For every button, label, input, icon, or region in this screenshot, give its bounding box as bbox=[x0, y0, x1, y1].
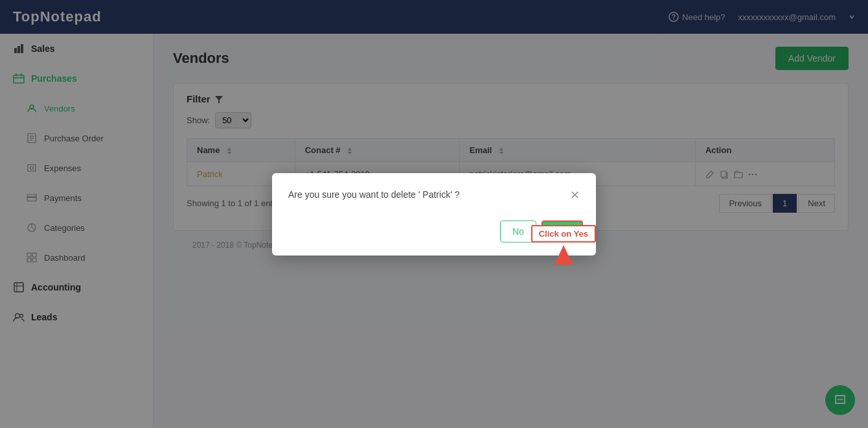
arrow-up-icon bbox=[554, 245, 573, 265]
annotation-wrapper: Click on Yes bbox=[531, 225, 596, 265]
modal-body: Are you sure you want to delete ' Patric… bbox=[272, 173, 596, 214]
modal-close-button[interactable]: ✕ bbox=[570, 189, 580, 201]
modal-overlay: Are you sure you want to delete ' Patric… bbox=[0, 0, 868, 428]
confirm-modal: Are you sure you want to delete ' Patric… bbox=[272, 173, 596, 256]
annotation-label: Click on Yes bbox=[531, 225, 596, 243]
modal-confirm-text: Are you sure you want to delete ' Patric… bbox=[288, 189, 564, 200]
